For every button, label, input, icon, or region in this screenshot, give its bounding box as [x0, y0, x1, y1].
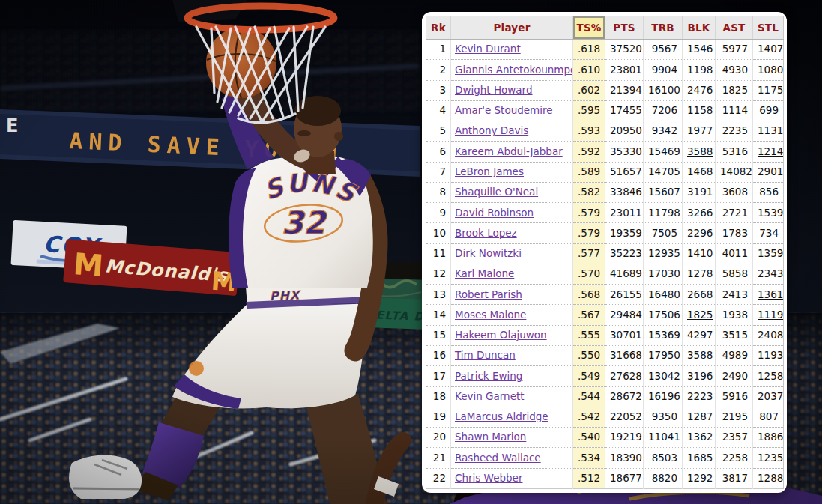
cell-rk: 14 [426, 305, 451, 325]
cell-player: Dirk Nowitzki [451, 243, 573, 264]
table-row: 4Amar'e Stoudemire.595174557206115811146… [426, 100, 784, 121]
cell-rk: 22 [426, 468, 451, 488]
cell-stl: 1258 [753, 366, 784, 386]
cell-pts: 30701 [605, 325, 644, 345]
col-header-ast[interactable]: AST [716, 16, 753, 40]
cell-ts: .610 [573, 60, 605, 80]
table-row: 14Moses Malone.5672948417506182519381119 [426, 305, 784, 325]
table-row: 18Kevin Garnett.544286721619622235916203… [426, 386, 784, 407]
col-header-trb[interactable]: TRB [644, 16, 683, 40]
player-link[interactable]: Rasheed Wallace [455, 452, 541, 464]
col-header-pts[interactable]: PTS [605, 16, 644, 40]
cell-ts: .544 [573, 386, 605, 407]
cell-player: Kareem Abdul-Jabbar [451, 142, 573, 162]
player-link[interactable]: Giannis Antetokounmpo [455, 64, 573, 76]
cell-blk: 1685 [683, 448, 716, 468]
player-link[interactable]: Karl Malone [455, 267, 514, 279]
player-link[interactable]: Shawn Marion [455, 431, 526, 443]
player-link[interactable]: Shaquille O'Neal [455, 186, 538, 198]
cell-blk: 1287 [683, 407, 716, 427]
table-row: 3Dwight Howard.6022139416100247618251175 [426, 80, 784, 100]
cell-trb: 9342 [644, 121, 683, 142]
col-header-player[interactable]: Player [451, 16, 573, 40]
table-row: 9David Robinson.579230111179832662721153… [426, 203, 784, 223]
cell-ast: 4011 [716, 243, 753, 264]
player-link[interactable]: Amar'e Stoudemire [455, 104, 553, 116]
table-row: 8Shaquille O'Neal.5823384615607319136088… [426, 182, 784, 202]
cell-trb: 8503 [644, 448, 683, 468]
cell-trb: 7206 [644, 100, 683, 121]
cell-player: Robert Parish [451, 285, 573, 305]
cell-player: Amar'e Stoudemire [451, 100, 573, 121]
cell-ts: .512 [573, 468, 605, 488]
cell-ts: .579 [573, 203, 605, 223]
player-link[interactable]: Anthony Davis [455, 124, 528, 136]
col-header-rk[interactable]: Rk [426, 16, 451, 40]
player-link[interactable]: Brook Lopez [455, 227, 517, 239]
table-row: 16Tim Duncan.5503166817950358849891193 [426, 345, 784, 365]
player-link[interactable]: Dirk Nowitzki [455, 247, 522, 259]
cell-player: Kevin Garnett [451, 386, 573, 407]
player-link[interactable]: Robert Parish [455, 288, 522, 300]
table-row: 17Patrick Ewing.549276281304231962490125… [426, 366, 784, 386]
cell-stl: 734 [753, 223, 784, 243]
cell-pts: 28672 [605, 386, 644, 407]
player-link[interactable]: Kevin Garnett [455, 390, 525, 402]
player-link[interactable]: Kevin Durant [455, 43, 521, 55]
cell-pts: 27628 [605, 366, 644, 386]
table-row: 7LeBron James.58951657147051468140822901 [426, 162, 784, 182]
cell-pts: 22052 [605, 407, 644, 427]
cell-blk: 1825 [683, 305, 716, 325]
table-row: 19LaMarcus Aldridge.54222052935012872195… [426, 407, 784, 427]
col-header-blk[interactable]: BLK [683, 16, 716, 40]
player-link[interactable]: Tim Duncan [455, 349, 516, 361]
cell-trb: 11041 [644, 428, 683, 448]
cell-ts: .555 [573, 325, 605, 345]
cell-rk: 17 [426, 366, 451, 386]
player-link[interactable]: Patrick Ewing [455, 370, 522, 382]
cell-stl: 1131 [753, 121, 784, 142]
cell-stl: 1288 [753, 468, 784, 488]
cell-ts: .570 [573, 264, 605, 284]
cell-trb: 17950 [644, 345, 683, 365]
cell-rk: 9 [426, 203, 451, 223]
cell-player: Patrick Ewing [451, 366, 573, 386]
cell-stl: 1361 [753, 285, 784, 305]
player-link[interactable]: Hakeem Olajuwon [455, 329, 547, 341]
player-link[interactable]: Moses Malone [455, 309, 526, 321]
cell-ast: 5316 [716, 142, 753, 162]
cell-ts: .577 [573, 243, 605, 264]
player-link[interactable]: David Robinson [455, 207, 534, 219]
player-link[interactable]: Dwight Howard [455, 84, 533, 96]
table-row: 5Anthony Davis.593209509342197722351131 [426, 121, 784, 142]
table-row: 10Brook Lopez.57919359750522961783734 [426, 223, 784, 243]
player-link[interactable]: Chris Webber [455, 472, 522, 484]
table-row: 1Kevin Durant.618375209567154659771407 [426, 40, 784, 60]
col-header-stl[interactable]: STL [753, 16, 784, 40]
cell-trb: 16196 [644, 386, 683, 407]
player-link[interactable]: LeBron James [455, 166, 524, 177]
cell-blk: 1158 [683, 100, 716, 121]
cell-ast: 3608 [716, 182, 753, 202]
cell-blk: 2296 [683, 223, 716, 243]
cell-trb: 15369 [644, 325, 683, 345]
col-header-ts[interactable]: TS% [573, 16, 605, 40]
cell-ast: 1825 [716, 80, 753, 100]
cell-rk: 21 [426, 448, 451, 468]
cell-trb: 8820 [644, 468, 683, 488]
cell-ast: 3817 [716, 468, 753, 488]
cell-rk: 13 [426, 285, 451, 305]
cell-ast: 5916 [716, 386, 753, 407]
cell-stl: 1359 [753, 243, 784, 264]
cell-ast: 3515 [716, 325, 753, 345]
cell-ast: 4989 [716, 345, 753, 365]
cell-rk: 6 [426, 142, 451, 162]
cell-ast: 1114 [716, 100, 753, 121]
player-link[interactable]: LaMarcus Aldridge [455, 410, 548, 422]
cell-player: Shaquille O'Neal [451, 182, 573, 202]
player-link[interactable]: Kareem Abdul-Jabbar [455, 145, 563, 157]
cell-player: Karl Malone [451, 264, 573, 284]
cell-trb: 11798 [644, 203, 683, 223]
cell-pts: 41689 [605, 264, 644, 284]
cell-stl: 856 [753, 182, 784, 202]
